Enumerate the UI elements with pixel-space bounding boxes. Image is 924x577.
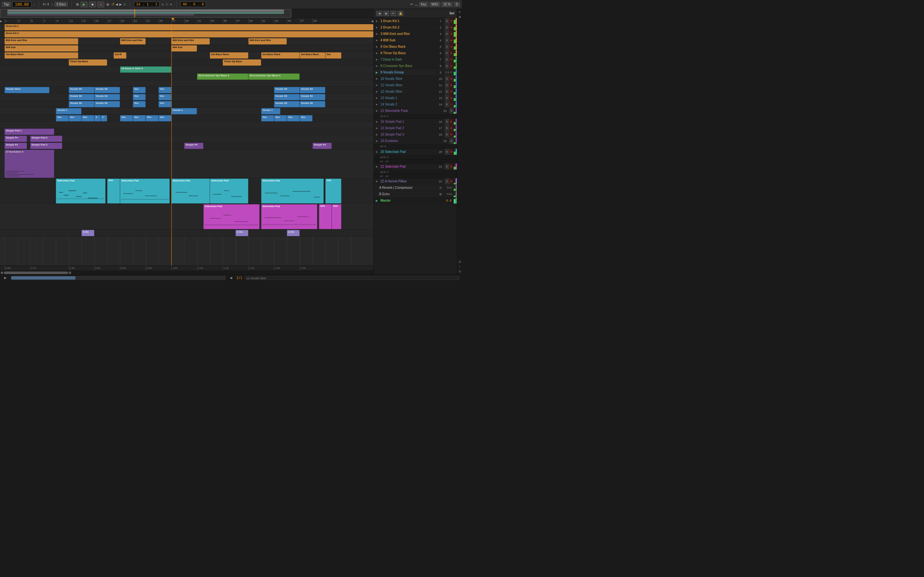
edge-icon-2[interactable]: ⊕ — [459, 15, 461, 19]
sv-s-6[interactable]: S — [445, 50, 449, 56]
sv-r-22[interactable]: ● — [449, 178, 454, 184]
clip-deep-dark-1[interactable]: 24-Deep in Dark 5 — [120, 66, 171, 73]
sv-track-17[interactable]: ▶ 13 Simple Pad 2 17 S ● — [374, 125, 457, 131]
nav-left[interactable]: ◀ — [115, 3, 118, 6]
clip-simple-pad-3c[interactable]: Simple Pe — [184, 143, 204, 149]
key-button[interactable]: Key — [419, 2, 428, 7]
tap-button[interactable]: Tap — [2, 2, 11, 7]
sv-vol-9[interactable]: -5.3 — [445, 71, 449, 74]
clip-sidechain-1d[interactable]: Sidechain Pad — [171, 179, 210, 203]
sv-launch-9[interactable]: ▶ — [374, 69, 380, 75]
sv-launch-2[interactable]: ▶ — [374, 24, 380, 31]
d-button[interactable]: D — [454, 2, 460, 7]
clip-vocals-2d[interactable]: V — [94, 115, 101, 121]
sv-s-3[interactable]: S — [445, 31, 449, 37]
loop-button[interactable]: ↺ — [111, 2, 114, 6]
plus-button[interactable]: ⊕ — [106, 2, 110, 7]
sv-track-15[interactable]: ▶ 15 Wavetable Pads 15 S — [374, 108, 457, 114]
sv-track-20[interactable]: ▶ 20 Sidechain Pad 20 S ● — [374, 149, 457, 155]
sv-launch-13[interactable]: ▶ — [374, 95, 380, 101]
clip-hornet-1[interactable]: A Ho — [81, 230, 94, 236]
sv-launch-1[interactable]: ▶ — [374, 18, 380, 24]
sv-track-13[interactable]: ▶ 13 Vocals 1 13 S ● — [374, 95, 457, 101]
sv-track-11[interactable]: ▶ 11 Vocals Slice 11 S ● — [374, 82, 457, 89]
sv-r-6[interactable]: ● — [449, 50, 454, 56]
sv-post-B[interactable]: Post — [445, 193, 454, 195]
sv-r-2[interactable]: ● — [449, 24, 454, 31]
sv-launch-11[interactable]: ▶ — [374, 82, 380, 88]
sv-r-4[interactable]: ● — [449, 37, 454, 43]
edge-icon-4[interactable]: ↕ — [459, 265, 460, 268]
sv-r-10[interactable]: ● — [449, 76, 454, 82]
clip-vocals-slice-3a[interactable]: Vocals Sli — [69, 101, 94, 107]
clip-vocals-slice-3d[interactable]: Voc — [158, 101, 171, 107]
sv-r-11[interactable]: ● — [449, 82, 454, 88]
sv-s-15[interactable]: S — [449, 108, 454, 114]
clip-vocals-slice-1a[interactable]: Vocals Slice — [5, 87, 49, 93]
sv-track-6[interactable]: ▶ 6 Three Op Bass 6 S ● — [374, 50, 457, 56]
clip-crossover-1[interactable]: 26-Crossover Syn Bass 4 — [197, 73, 248, 80]
clip-808-kick-4[interactable]: 808 Kick and Rim — [248, 38, 287, 45]
clip-vocals-2f[interactable]: Voc — [120, 115, 133, 121]
sv-launch-10[interactable]: ▶ — [374, 76, 380, 82]
sv-track-8[interactable]: ▶ 8 Crossover Syn Bass 8 S ● — [374, 63, 457, 69]
clip-vocals-2b[interactable]: Voc — [69, 115, 81, 121]
sv-launch-3[interactable]: ▶ — [374, 31, 380, 37]
sv-s-16[interactable]: S — [445, 119, 449, 125]
clip-vocals-2a[interactable]: Voc — [56, 115, 69, 121]
quantize-display[interactable]: 32 % — [441, 2, 453, 7]
clip-vocals-slice-2c[interactable]: Voc — [133, 94, 145, 100]
sv-launch-17[interactable]: ▶ — [374, 125, 380, 131]
clip-three-op-2[interactable]: Three Op Bass — [223, 59, 261, 66]
clip-808-kick-2[interactable]: 808 Kick and Rim — [120, 38, 145, 45]
clip-drum-kit-1-full[interactable]: Drum Kit 1 — [5, 24, 373, 31]
clip-vocals-2j[interactable]: Voc — [261, 115, 274, 121]
clip-evolution-1[interactable]: 27-Evolution 5 — [5, 150, 54, 178]
sv-launch-6[interactable]: ▶ — [374, 50, 380, 56]
sv-launch-5[interactable]: ▶ — [374, 44, 380, 50]
midi-button[interactable]: MIDI — [430, 2, 440, 7]
clip-vocals-slice-3e[interactable]: Vocals Sli — [274, 101, 300, 107]
position-display[interactable]: 14 . 1 . 1 — [134, 2, 160, 7]
clip-808-kick-1[interactable]: 808 Kick and Rim — [5, 38, 78, 45]
sv-s-5[interactable]: S — [445, 44, 449, 50]
sv-r-12[interactable]: ● — [449, 89, 454, 95]
clip-sidechain-1g[interactable]: Side — [325, 179, 341, 203]
clip-vocals-slice-2b[interactable]: Vocals Sli — [94, 94, 120, 100]
clip-vocals-slice-1g[interactable]: Vocals Sli — [300, 87, 325, 93]
nav-back-btn[interactable]: ◀ — [376, 11, 382, 16]
sv-track-4[interactable]: ▶ 4 808 Sub 4 S ● — [374, 37, 457, 44]
clip-vocals-2g[interactable]: Voc — [133, 115, 145, 121]
sv-track-1[interactable]: ▶ 1 Drum Kit 1 1 S ● — [374, 18, 457, 24]
clip-vocals-2l[interactable]: Voc — [287, 115, 300, 121]
bottom-play-btn[interactable]: ▶ — [3, 275, 8, 281]
clip-simple-pad-2a[interactable]: Simple Pe — [5, 135, 27, 142]
clip-vocals-1b[interactable]: Vocals 1 — [171, 108, 197, 114]
record-button[interactable]: ● — [97, 2, 104, 7]
clip-sidechain-2c[interactable]: Side — [319, 204, 332, 229]
nav-right[interactable]: ▶ — [120, 3, 122, 6]
tempo-display[interactable]: 100.00 — [12, 2, 31, 7]
clip-vocals-1a[interactable]: Vocals 1 — [56, 108, 81, 114]
sv-s-4[interactable]: S — [445, 37, 449, 43]
clip-808-sub-2[interactable]: 808 Sub — [171, 45, 197, 52]
sv-track-18[interactable]: ▶ 18 Simple Pad 3 18 S ● — [374, 131, 457, 138]
master-vol[interactable]: 6.0 — [444, 199, 454, 202]
sv-launch-4[interactable]: ▶ — [374, 37, 380, 43]
clip-sidechain-2a[interactable]: Sidechain Pad — [204, 204, 260, 229]
clip-vocals-slice-1d[interactable]: Voc — [133, 87, 145, 93]
clip-oxi-bass-3[interactable]: Oxi Bass Rack — [261, 52, 300, 59]
sv-launch-21[interactable]: ▶ — [374, 163, 380, 169]
sv-launch-18[interactable]: ▶ — [374, 131, 380, 137]
edge-icon-1[interactable]: ≡ — [458, 11, 461, 13]
sv-track-21[interactable]: ▶ 21 Sidechain Pad 21 S ● — [374, 163, 457, 170]
sv-r-13[interactable]: ● — [449, 95, 454, 101]
clip-simple-pad-3a[interactable]: Simple Pe — [5, 143, 27, 149]
sv-r-21[interactable]: ● — [449, 163, 454, 169]
sv-s-19[interactable]: S — [449, 138, 454, 144]
sv-s-1[interactable]: S — [445, 18, 449, 24]
clip-sidechain-2b[interactable]: Sidechain Pad — [261, 204, 317, 229]
edge-icon-3[interactable]: ⊖ — [459, 260, 461, 263]
sv-track-14[interactable]: ▶ 14 Vocals 2 14 S ● — [374, 101, 457, 108]
clip-vocals-2k[interactable]: Voc — [274, 115, 287, 121]
